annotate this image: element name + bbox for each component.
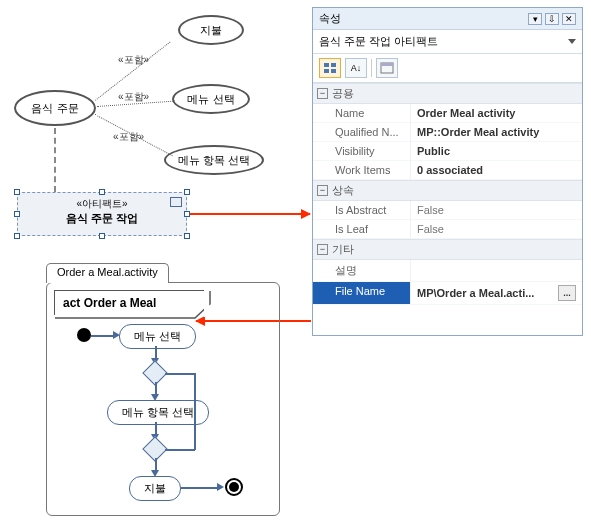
category-inherit[interactable]: −상속	[313, 180, 582, 201]
properties-object-row[interactable]: 음식 주문 작업 아티팩트	[313, 30, 582, 54]
browse-button[interactable]: ...	[558, 285, 576, 301]
resize-handle[interactable]	[184, 233, 190, 239]
prop-wi-label: Work Items	[313, 161, 411, 180]
category-other-label: 기타	[332, 242, 354, 257]
arrowhead-icon	[217, 483, 224, 491]
properties-titlebar: 속성 ▾ ⇩ ✕	[313, 8, 582, 30]
prop-file-name[interactable]: File Name MP\Order a Meal.acti... ...	[313, 282, 582, 305]
prop-leaf-value: False	[411, 220, 582, 239]
prop-qn-label: Qualified N...	[313, 123, 411, 142]
svg-rect-1	[331, 63, 336, 67]
usecase-item-label: 메뉴 항목 선택	[178, 153, 250, 168]
dropdown-icon	[568, 39, 576, 44]
flow-edge	[91, 335, 115, 337]
include-label-2: «포함»	[118, 90, 149, 104]
prop-desc-label: 설명	[313, 260, 411, 282]
activity-item-label: 메뉴 항목 선택	[122, 406, 194, 418]
pin-button[interactable]: ⇩	[545, 13, 559, 25]
usecase-main-label: 음식 주문	[31, 101, 78, 116]
prop-abs-label: Is Abstract	[313, 201, 411, 220]
artifact-box[interactable]: «아티팩트» 음식 주문 작업	[17, 192, 187, 236]
properties-blank	[313, 305, 582, 335]
property-pages-button[interactable]	[376, 58, 398, 78]
resize-handle[interactable]	[99, 189, 105, 195]
activity-menu: 메뉴 선택	[119, 324, 196, 349]
svg-rect-3	[331, 69, 336, 73]
properties-object-label: 음식 주문 작업 아티팩트	[319, 34, 438, 49]
resize-handle[interactable]	[184, 189, 190, 195]
usecase-menu: 메뉴 선택	[172, 84, 250, 114]
initial-node	[77, 328, 91, 342]
activity-menu-label: 메뉴 선택	[134, 330, 181, 342]
activity-tab[interactable]: Order a Meal.activity	[46, 263, 169, 283]
usecase-main: 음식 주문	[14, 90, 96, 126]
arrow-artifact-to-props	[190, 213, 310, 215]
activity-frame: Order a Meal.activity act Order a Meal 메…	[46, 282, 280, 516]
flow-edge	[194, 373, 196, 450]
flow-edge	[165, 449, 195, 451]
usecase-item: 메뉴 항목 선택	[164, 145, 264, 175]
artifact-icon	[170, 197, 182, 207]
prop-description[interactable]: 설명	[313, 260, 582, 282]
prop-is-abstract[interactable]: Is AbstractFalse	[313, 201, 582, 220]
activity-heading-label: act Order a Meal	[63, 296, 156, 310]
svg-rect-2	[324, 69, 329, 73]
prop-file-value: MP\Order a Meal.acti...	[417, 287, 534, 299]
prop-wi-value: 0 associated	[411, 161, 582, 180]
category-other[interactable]: −기타	[313, 239, 582, 260]
properties-panel: 속성 ▾ ⇩ ✕ 음식 주문 작업 아티팩트 A↓ −공용 NameOrder …	[312, 7, 583, 336]
usecase-pay: 지불	[178, 15, 244, 45]
prop-is-leaf[interactable]: Is LeafFalse	[313, 220, 582, 239]
close-button[interactable]: ✕	[562, 13, 576, 25]
resize-handle[interactable]	[99, 233, 105, 239]
artifact-stereotype: «아티팩트»	[18, 197, 186, 211]
prop-file-label: File Name	[313, 282, 411, 305]
prop-name-label: Name	[313, 104, 411, 123]
activity-heading: act Order a Meal	[54, 290, 204, 315]
properties-title: 속성	[319, 11, 341, 26]
artifact-name: 음식 주문 작업	[18, 211, 186, 226]
usecase-diagram: 음식 주문 지불 메뉴 선택 메뉴 항목 선택 «포함» «포함» «포함»	[0, 0, 300, 210]
alphabetical-button[interactable]: A↓	[345, 58, 367, 78]
collapse-icon: −	[317, 185, 328, 196]
category-common-label: 공용	[332, 86, 354, 101]
resize-handle[interactable]	[14, 233, 20, 239]
collapse-icon: −	[317, 88, 328, 99]
properties-toolbar: A↓	[313, 54, 582, 83]
dependency-vertical	[54, 128, 56, 192]
activity-pay-label: 지불	[144, 482, 166, 494]
usecase-pay-label: 지불	[200, 23, 222, 38]
usecase-menu-label: 메뉴 선택	[187, 92, 234, 107]
dropdown-button[interactable]: ▾	[528, 13, 542, 25]
final-node	[225, 478, 243, 496]
prop-abs-value: False	[411, 201, 582, 220]
svg-rect-5	[381, 63, 393, 66]
prop-visibility[interactable]: VisibilityPublic	[313, 142, 582, 161]
resize-handle[interactable]	[14, 211, 20, 217]
prop-qualified-name[interactable]: Qualified N...MP::Order Meal activity	[313, 123, 582, 142]
prop-vis-value: Public	[411, 142, 582, 161]
include-label-3: «포함»	[113, 130, 144, 144]
prop-desc-value	[411, 260, 582, 282]
toolbar-separator	[371, 59, 372, 77]
pages-icon	[380, 62, 394, 74]
activity-body: 메뉴 선택 메뉴 항목 선택 지불	[47, 322, 279, 507]
sort-icon: A↓	[351, 63, 362, 73]
resize-handle[interactable]	[14, 189, 20, 195]
categorized-button[interactable]	[319, 58, 341, 78]
svg-rect-0	[324, 63, 329, 67]
category-inherit-label: 상속	[332, 183, 354, 198]
activity-pay: 지불	[129, 476, 181, 501]
prop-name[interactable]: NameOrder Meal activity	[313, 104, 582, 123]
prop-name-value: Order Meal activity	[411, 104, 582, 123]
prop-work-items[interactable]: Work Items0 associated	[313, 161, 582, 180]
prop-leaf-label: Is Leaf	[313, 220, 411, 239]
include-label-1: «포함»	[118, 53, 149, 67]
flow-edge	[165, 373, 195, 375]
prop-qn-value: MP::Order Meal activity	[411, 123, 582, 142]
prop-vis-label: Visibility	[313, 142, 411, 161]
category-common[interactable]: −공용	[313, 83, 582, 104]
collapse-icon: −	[317, 244, 328, 255]
flow-edge	[181, 487, 219, 489]
categorized-icon	[323, 62, 337, 74]
